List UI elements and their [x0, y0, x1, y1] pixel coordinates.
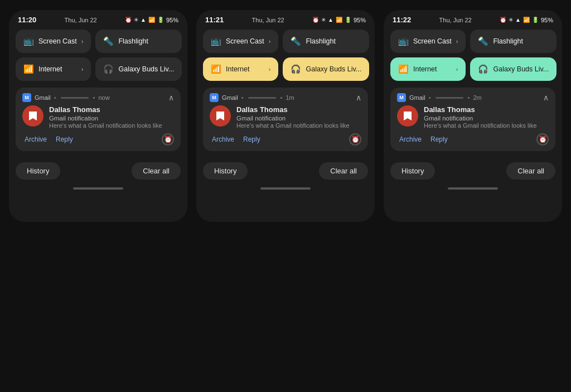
- notif-header: M Gmail • • 1m ∧: [210, 93, 361, 102]
- bookmark-icon: [404, 112, 412, 120]
- snooze-icon[interactable]: ⏰: [536, 133, 549, 146]
- tile-label-2: Internet: [413, 65, 452, 73]
- alarm-icon: ⏰: [125, 17, 132, 23]
- history-button[interactable]: History: [390, 162, 435, 180]
- notif-dot2: •: [280, 94, 283, 101]
- home-indicator: [260, 187, 311, 190]
- quick-tile-1[interactable]: 🔦 Flashlight: [95, 30, 182, 53]
- quick-tile-0[interactable]: 📺 Screen Cast ›: [16, 30, 91, 53]
- notif-expand-button[interactable]: ∧: [543, 93, 549, 102]
- archive-button[interactable]: Archive: [210, 134, 236, 144]
- tile-label-1: Flashlight: [118, 37, 174, 45]
- notif-app-info: M Gmail • • now: [22, 93, 110, 102]
- notif-time: 2m: [473, 94, 481, 101]
- tile-icon-3: 🎧: [291, 64, 301, 74]
- phone-frame-phone3: 11:22 Thu, Jun 22 ⏰ ✳ ▲ 📶 🔋 95% 📺 Screen…: [384, 10, 562, 222]
- alarm-icon: ⏰: [500, 17, 506, 23]
- wifi-icon: ▲: [328, 17, 333, 23]
- notif-content: Dallas Thomas Gmail notification Here's …: [236, 105, 361, 129]
- quick-tile-2[interactable]: 📶 Internet ›: [16, 57, 91, 81]
- status-time: 11:21: [205, 16, 224, 24]
- notif-actions: Archive Reply ⏰: [210, 133, 361, 146]
- notif-actions: Archive Reply ⏰: [397, 133, 549, 146]
- notification-card: M Gmail • • 1m ∧ Dallas Thomas Gmail not…: [203, 88, 368, 151]
- sender-avatar: [397, 105, 418, 127]
- notif-preview: Here's what a Gmail notification looks l…: [49, 122, 174, 129]
- tile-icon-2: 📶: [23, 64, 34, 74]
- battery-icon: 🔋: [532, 17, 539, 23]
- bookmark-icon: [29, 112, 37, 120]
- clear-all-button[interactable]: Clear all: [132, 162, 181, 180]
- battery-percent: 95%: [354, 17, 366, 23]
- reply-button[interactable]: Reply: [428, 134, 450, 144]
- quick-tile-2[interactable]: 📶 Internet ›: [203, 57, 278, 81]
- tile-label-3: Galaxy Buds Liv...: [118, 65, 174, 73]
- notif-squiggle: [435, 97, 463, 99]
- notif-body: Dallas Thomas Gmail notification Here's …: [22, 105, 174, 129]
- notif-app-name: Gmail: [222, 94, 238, 101]
- tile-arrow-2: ›: [269, 66, 271, 72]
- tile-icon-0: 📺: [398, 36, 409, 46]
- battery-icon: 🔋: [157, 17, 164, 23]
- notif-body: Dallas Thomas Gmail notification Here's …: [397, 105, 549, 129]
- notif-expand-button[interactable]: ∧: [356, 93, 361, 102]
- signal-icon: 📶: [148, 17, 155, 23]
- tile-icon-3: 🎧: [478, 64, 488, 74]
- notif-app-name: Gmail: [409, 94, 425, 101]
- tile-arrow-0: ›: [269, 38, 271, 45]
- quick-tiles-grid: 📺 Screen Cast › 🔦 Flashlight 📶 Internet …: [196, 27, 375, 85]
- tile-icon-1: 🔦: [291, 36, 301, 46]
- bluetooth-icon: ✳: [509, 17, 513, 23]
- archive-button[interactable]: Archive: [22, 134, 49, 144]
- status-icons: ⏰ ✳ ▲ 📶 🔋 95%: [125, 17, 178, 23]
- status-bar: 11:21 Thu, Jun 22 ⏰ ✳ ▲ 📶 🔋 95%: [196, 10, 375, 27]
- history-button[interactable]: History: [16, 162, 60, 180]
- signal-icon: 📶: [336, 17, 342, 23]
- battery-percent: 95%: [541, 17, 553, 23]
- snooze-icon[interactable]: ⏰: [162, 133, 174, 146]
- gmail-app-icon: M: [397, 93, 406, 102]
- tile-icon-0: 📺: [23, 36, 34, 46]
- wifi-icon: ▲: [141, 17, 146, 23]
- reply-button[interactable]: Reply: [241, 134, 263, 144]
- quick-tile-3[interactable]: 🎧 Galaxy Buds Liv...: [283, 57, 369, 81]
- quick-tile-1[interactable]: 🔦 Flashlight: [283, 30, 369, 53]
- notif-time: 1m: [286, 94, 294, 101]
- tile-label-0: Screen Cast: [226, 37, 264, 45]
- quick-tile-1[interactable]: 🔦 Flashlight: [470, 30, 557, 53]
- quick-tile-3[interactable]: 🎧 Galaxy Buds Liv...: [470, 57, 557, 81]
- bluetooth-icon: ✳: [134, 17, 138, 23]
- notif-body: Dallas Thomas Gmail notification Here's …: [210, 105, 361, 129]
- alarm-icon: ⏰: [312, 17, 319, 23]
- quick-tile-2[interactable]: 📶 Internet ›: [390, 57, 466, 81]
- quick-tile-0[interactable]: 📺 Screen Cast ›: [203, 30, 278, 53]
- tile-label-2: Internet: [226, 65, 264, 73]
- battery-percent: 95%: [166, 17, 178, 23]
- clear-all-button[interactable]: Clear all: [506, 162, 555, 180]
- notif-content: Dallas Thomas Gmail notification Here's …: [424, 105, 549, 129]
- notif-dot: •: [429, 94, 431, 101]
- bluetooth-icon: ✳: [321, 17, 326, 23]
- notif-expand-button[interactable]: ∧: [168, 93, 174, 102]
- quick-tile-0[interactable]: 📺 Screen Cast ›: [390, 30, 466, 53]
- clear-all-button[interactable]: Clear all: [319, 162, 368, 180]
- sender-avatar: [210, 105, 231, 127]
- history-button[interactable]: History: [203, 162, 248, 180]
- phone-frame-phone1: 11:20 Thu, Jun 22 ⏰ ✳ ▲ 📶 🔋 95% 📺 Screen…: [9, 10, 187, 222]
- notif-header: M Gmail • • now ∧: [22, 93, 174, 102]
- snooze-icon[interactable]: ⏰: [349, 133, 361, 146]
- quick-tiles-grid: 📺 Screen Cast › 🔦 Flashlight 📶 Internet …: [384, 27, 562, 85]
- notif-dot2: •: [468, 94, 470, 101]
- notif-dot: •: [54, 94, 56, 101]
- notif-dot2: •: [93, 94, 95, 101]
- notif-squiggle: [61, 97, 89, 99]
- gmail-app-icon: M: [22, 93, 31, 102]
- battery-icon: 🔋: [345, 17, 351, 23]
- status-bar: 11:22 Thu, Jun 22 ⏰ ✳ ▲ 📶 🔋 95%: [384, 10, 562, 27]
- status-bar: 11:20 Thu, Jun 22 ⏰ ✳ ▲ 📶 🔋 95%: [9, 10, 187, 27]
- archive-button[interactable]: Archive: [397, 134, 424, 144]
- notif-preview: Here's what a Gmail notification looks l…: [236, 122, 361, 129]
- bottom-action-buttons: History Clear all: [196, 156, 375, 180]
- quick-tile-3[interactable]: 🎧 Galaxy Buds Liv...: [95, 57, 182, 81]
- reply-button[interactable]: Reply: [54, 134, 75, 144]
